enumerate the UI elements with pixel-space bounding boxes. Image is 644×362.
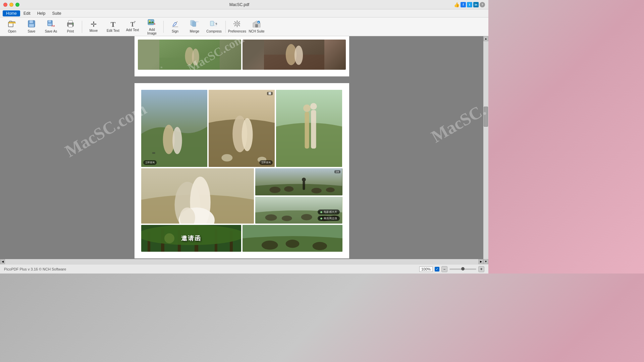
photo-trees: 邀请函 (141, 225, 241, 252)
trees-text: 邀请函 (181, 234, 201, 242)
svg-rect-9 (68, 20, 72, 23)
minimize-button[interactable] (9, 3, 13, 7)
scroll-right-arrow[interactable]: ▶ (478, 259, 483, 264)
zoom-slider[interactable] (449, 268, 476, 270)
window-title: MacSC.pdf (25, 2, 454, 7)
save-label: Save (28, 29, 36, 33)
menu-home[interactable]: Home (3, 10, 20, 16)
photo-couple-goats: 立即查询 ⬜ (209, 90, 275, 167)
status-bar: PicoPDF Plus v 3.16 © NCH Software 100% … (0, 264, 488, 274)
photo-grid-bottom: 2/9 (141, 168, 342, 224)
menu-help[interactable]: Help (34, 10, 49, 16)
close-button[interactable] (3, 3, 7, 7)
like-icon[interactable]: 👍 (454, 2, 460, 7)
scroll-left-arrow[interactable]: ◀ (0, 259, 5, 264)
svg-rect-48 (152, 152, 155, 154)
photo-tags: 电影感大片 南昌周边游 (318, 209, 340, 221)
photo-number-2: 2/9 (334, 170, 340, 173)
svg-text:韵: 韵 (160, 66, 162, 68)
maximize-button[interactable] (15, 3, 19, 7)
svg-rect-6 (48, 23, 52, 25)
menu-edit[interactable]: Edit (20, 10, 34, 16)
svg-point-65 (270, 187, 281, 193)
svg-rect-5 (48, 20, 51, 22)
title-bar: MacSC.pdf 👍 f t in ? (0, 0, 488, 9)
zoom-in-button[interactable]: + (478, 266, 484, 272)
save-button[interactable]: Save (22, 18, 41, 35)
svg-point-57 (303, 105, 311, 112)
photo-couple-white-dress (141, 168, 254, 224)
svg-text:FA: FA (52, 24, 55, 27)
photo-grid-top: 立即查询 (141, 90, 342, 167)
svg-rect-33 (255, 24, 258, 27)
add-image-button[interactable]: + Add Image (143, 18, 161, 35)
svg-line-31 (234, 25, 235, 26)
svg-point-67 (312, 188, 322, 193)
edit-text-icon: T (111, 21, 116, 28)
menu-suite[interactable]: Suite (49, 10, 64, 16)
save-as-button[interactable]: FA Save As (42, 18, 60, 35)
sign-button[interactable]: Sign (166, 18, 184, 35)
edit-text-button[interactable]: T Edit Text (104, 18, 122, 35)
merge-icon (190, 20, 199, 29)
facebook-icon[interactable]: f (461, 2, 466, 7)
twitter-icon[interactable]: t (467, 2, 472, 7)
status-text: PicoPDF Plus v 3.16 © NCH Software (4, 267, 419, 271)
separator-2 (163, 21, 164, 33)
separator-3 (225, 21, 226, 33)
zoom-slider-thumb[interactable] (461, 267, 465, 270)
move-button[interactable]: ✛ Move (84, 18, 103, 35)
print-button[interactable]: Print (61, 18, 80, 35)
svg-rect-2 (30, 20, 33, 23)
save-icon (28, 20, 35, 29)
preferences-button[interactable]: Preferences (228, 18, 247, 35)
scroll-up-arrow[interactable]: ▲ (483, 36, 488, 41)
add-text-button[interactable]: T+ Add Text (123, 18, 142, 35)
open-label: Open (8, 29, 16, 33)
svg-point-11 (72, 23, 73, 24)
svg-rect-20 (210, 21, 214, 26)
merge-label: Merge (190, 29, 199, 33)
svg-text:+: + (154, 22, 156, 26)
edit-text-label: Edit Text (107, 29, 119, 33)
svg-point-58 (310, 103, 317, 110)
save-as-label: Save As (45, 29, 57, 33)
photo-number: ⬜ (267, 92, 273, 95)
nch-suite-icon: N (252, 20, 261, 29)
zoom-checkbox[interactable]: ✓ (435, 267, 439, 272)
print-icon (66, 20, 74, 29)
svg-point-47 (172, 127, 182, 154)
main-content: MacSC.com MacSC.com MacSC. (0, 36, 488, 264)
save-as-icon: FA (47, 20, 55, 29)
scrollbar-vertical[interactable]: ▲ ▼ (483, 36, 488, 264)
linkedin-icon[interactable]: in (473, 2, 479, 7)
merge-button[interactable]: Merge (185, 18, 204, 35)
zoom-out-button[interactable]: − (441, 266, 447, 272)
zoom-value[interactable]: 100% (419, 266, 433, 272)
toolbar: Open Save FA Save As (0, 17, 488, 36)
svg-rect-69 (303, 181, 305, 190)
pdf-page-top: 韵 (135, 36, 349, 76)
nch-suite-button[interactable]: N NCH Suite (247, 18, 266, 35)
pdf-container: 韵 (0, 36, 483, 259)
photo-cattle-field: 2/9 (255, 168, 342, 195)
compress-button[interactable]: Compress (205, 18, 223, 35)
photo-right-stack: 2/9 (255, 168, 342, 224)
tag-2: 南昌周边游 (318, 216, 340, 221)
preferences-label: Preferences (228, 29, 246, 33)
scrollbar-horizontal[interactable]: ◀ ▶ (0, 259, 483, 264)
svg-line-28 (234, 21, 235, 22)
svg-point-85 (164, 233, 174, 243)
svg-rect-18 (193, 22, 196, 26)
compress-label: Compress (206, 29, 222, 33)
scroll-down-arrow[interactable]: ▼ (483, 259, 488, 264)
photo-badge-1: 立即查询 (143, 160, 157, 165)
scrollbar-track-vertical[interactable] (483, 41, 488, 259)
scrollbar-thumb-vertical[interactable] (484, 107, 488, 127)
help-icon[interactable]: ? (480, 2, 485, 7)
page-top-content: 韵 (135, 36, 349, 73)
svg-rect-55 (305, 112, 309, 149)
open-button[interactable]: Open (3, 18, 21, 35)
scrollbar-track-horizontal[interactable] (5, 259, 478, 264)
svg-point-88 (285, 240, 299, 248)
